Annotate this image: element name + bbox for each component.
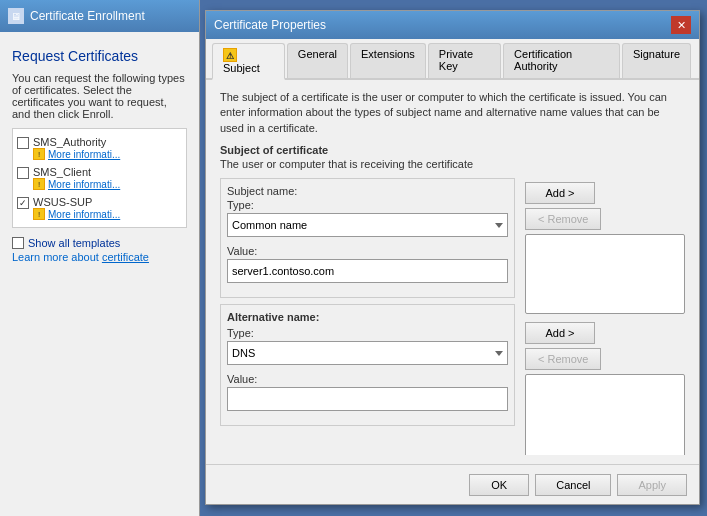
- alt-list-area: Add > < Remove: [525, 322, 685, 455]
- type-field-group: Type: Common name Organization Organizat…: [227, 199, 508, 237]
- dialog-titlebar: Certificate Properties ✕: [206, 11, 699, 39]
- type-label: Type:: [227, 199, 508, 211]
- show-all-templates: Show all templates: [12, 236, 187, 249]
- warn-icon: !: [33, 178, 45, 190]
- tab-general-label: General: [298, 48, 337, 60]
- dialog-description: The subject of a certificate is the user…: [220, 90, 685, 136]
- value-field-group: Value:: [227, 245, 508, 283]
- tab-subject[interactable]: ⚠ Subject: [212, 43, 285, 80]
- alt-value-field-group: Value:: [227, 373, 508, 411]
- sms-authority-label: SMS_Authority: [33, 136, 120, 148]
- alt-remove-group: < Remove: [525, 348, 685, 370]
- certificate-properties-dialog: Certificate Properties ✕ ⚠ Subject Gener…: [205, 10, 700, 505]
- enrollment-window: 🖥 Certificate Enrollment Request Certifi…: [0, 0, 200, 516]
- subject-list-box[interactable]: [525, 234, 685, 314]
- alt-btn-group: Add >: [525, 322, 685, 344]
- enrollment-list: SMS_Authority ! More informati... SMS_Cl…: [12, 128, 187, 228]
- list-item: SMS_Authority ! More informati...: [17, 133, 182, 163]
- warn-icon: !: [33, 208, 45, 220]
- subject-tab-icon: ⚠: [223, 48, 237, 62]
- apply-button[interactable]: Apply: [617, 474, 687, 496]
- sms-client-checkbox[interactable]: [17, 167, 29, 179]
- show-all-checkbox[interactable]: [12, 237, 24, 249]
- list-item: WSUS-SUP ! More informati...: [17, 193, 182, 223]
- right-column: Add > < Remove Add > < Remove: [525, 178, 685, 455]
- alt-type-select[interactable]: DNS Email User principal name URL IP add…: [227, 341, 508, 365]
- enrollment-title: Certificate Enrollment: [30, 9, 145, 23]
- tab-signature[interactable]: Signature: [622, 43, 691, 78]
- subject-btn-group: Add >: [525, 182, 685, 204]
- tab-signature-label: Signature: [633, 48, 680, 60]
- sms-authority-warn[interactable]: More informati...: [48, 149, 120, 160]
- subject-section-title: Subject of certificate: [220, 144, 685, 156]
- left-column: Subject name: Type: Common name Organiza…: [220, 178, 515, 455]
- tab-private-key-label: Private Key: [439, 48, 473, 72]
- enrollment-content: Request Certificates You can request the…: [0, 32, 199, 279]
- enrollment-titlebar: 🖥 Certificate Enrollment: [0, 0, 199, 32]
- tab-cert-authority[interactable]: Certification Authority: [503, 43, 620, 78]
- wsus-sup-checkbox[interactable]: [17, 197, 29, 209]
- alt-type-label: Type:: [227, 327, 508, 339]
- subject-remove-button[interactable]: < Remove: [525, 208, 601, 230]
- alt-add-button[interactable]: Add >: [525, 322, 595, 344]
- alt-name-section: Alternative name: Type: DNS Email User p…: [220, 304, 515, 426]
- sms-client-label: SMS_Client: [33, 166, 120, 178]
- learn-more: Learn more about certificate: [12, 251, 187, 263]
- tab-extensions[interactable]: Extensions: [350, 43, 426, 78]
- subject-name-section: Subject name: Type: Common name Organiza…: [220, 178, 515, 298]
- enrollment-description: You can request the following types of c…: [12, 72, 187, 120]
- subject-section-subtitle: The user or computer that is receiving t…: [220, 158, 685, 170]
- subject-name-label: Subject name:: [227, 185, 508, 197]
- ok-button[interactable]: OK: [469, 474, 529, 496]
- cancel-button[interactable]: Cancel: [535, 474, 611, 496]
- tab-subject-label: Subject: [223, 62, 260, 74]
- alt-remove-button[interactable]: < Remove: [525, 348, 601, 370]
- show-all-label: Show all templates: [28, 237, 120, 249]
- tab-extensions-label: Extensions: [361, 48, 415, 60]
- sms-client-warn[interactable]: More informati...: [48, 179, 120, 190]
- value-label: Value:: [227, 245, 508, 257]
- warn-icon: !: [33, 148, 45, 160]
- dialog-content: The subject of a certificate is the user…: [206, 80, 699, 455]
- dialog-title: Certificate Properties: [214, 18, 326, 32]
- enrollment-heading: Request Certificates: [12, 48, 187, 64]
- subject-add-button[interactable]: Add >: [525, 182, 595, 204]
- alt-name-label: Alternative name:: [227, 311, 508, 323]
- learn-more-link[interactable]: certificate: [102, 251, 149, 263]
- subject-remove-group: < Remove: [525, 208, 685, 230]
- sms-authority-checkbox[interactable]: [17, 137, 29, 149]
- tab-private-key[interactable]: Private Key: [428, 43, 501, 78]
- tab-general[interactable]: General: [287, 43, 348, 78]
- tab-cert-authority-label: Certification Authority: [514, 48, 572, 72]
- wsus-sup-warn[interactable]: More informati...: [48, 209, 120, 220]
- alt-list-box[interactable]: [525, 374, 685, 455]
- wsus-sup-label: WSUS-SUP: [33, 196, 120, 208]
- enrollment-window-icon: 🖥: [8, 8, 24, 24]
- close-button[interactable]: ✕: [671, 16, 691, 34]
- alt-type-field-group: Type: DNS Email User principal name URL …: [227, 327, 508, 365]
- tab-bar: ⚠ Subject General Extensions Private Key…: [206, 39, 699, 80]
- subject-list-area: Add > < Remove: [525, 182, 685, 314]
- type-select[interactable]: Common name Organization Organizational …: [227, 213, 508, 237]
- dialog-footer: OK Cancel Apply: [206, 464, 699, 504]
- subject-value-input[interactable]: [227, 259, 508, 283]
- form-area: Subject name: Type: Common name Organiza…: [220, 178, 685, 455]
- alt-value-label: Value:: [227, 373, 508, 385]
- list-item: SMS_Client ! More informati...: [17, 163, 182, 193]
- alt-value-input[interactable]: [227, 387, 508, 411]
